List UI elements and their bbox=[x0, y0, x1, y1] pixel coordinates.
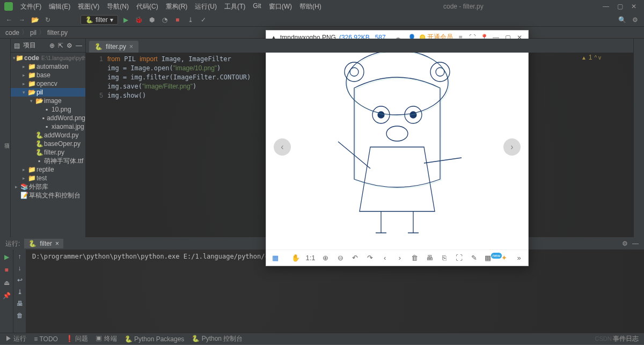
git-commit-button[interactable]: ✓ bbox=[199, 15, 208, 25]
project-title: 项目 bbox=[23, 41, 36, 50]
expand-icon[interactable]: ⛶ bbox=[455, 254, 464, 262]
hide-icon[interactable]: — bbox=[632, 240, 639, 247]
copy-icon[interactable]: ⎘ bbox=[440, 254, 449, 262]
hand-icon[interactable]: ✋ bbox=[291, 254, 301, 262]
menu-view[interactable]: 视图(V) bbox=[75, 1, 103, 12]
bottom-tab-run[interactable]: ▶ 运行 bbox=[5, 334, 26, 343]
run-tab[interactable]: 🐍 filter × bbox=[24, 239, 63, 248]
breadcrumb-part[interactable]: filter.py bbox=[47, 29, 68, 36]
clear-button[interactable]: 🗑 bbox=[17, 312, 23, 319]
project-header: ▤ 项目 ⊕ ⇱ ⚙ — bbox=[11, 39, 85, 53]
actual-size-icon[interactable]: 1:1 bbox=[305, 254, 315, 262]
gear-icon[interactable]: ⚙ bbox=[622, 240, 628, 247]
stop-button[interactable]: ■ bbox=[173, 15, 182, 25]
rotate-cw-icon[interactable]: ↷ bbox=[365, 254, 375, 262]
menu-code[interactable]: 代码(C) bbox=[133, 1, 162, 12]
minimize-button[interactable]: — bbox=[602, 3, 610, 10]
print-icon[interactable]: 🖶 bbox=[425, 254, 435, 262]
stop-button[interactable]: ■ bbox=[2, 266, 11, 274]
scroll-end-button[interactable]: ⤓ bbox=[17, 288, 23, 296]
tree-node[interactable]: ▸📁automation bbox=[11, 62, 85, 71]
git-update-button[interactable]: ⤓ bbox=[186, 15, 195, 25]
tree-node[interactable]: ▪addWord.png bbox=[11, 114, 85, 122]
bottom-tab-problems[interactable]: ❗ 问题 bbox=[65, 334, 88, 343]
prev-icon[interactable]: ‹ bbox=[380, 254, 390, 262]
down-button[interactable]: ↓ bbox=[18, 265, 21, 272]
menu-edit[interactable]: 编辑(E) bbox=[46, 1, 74, 12]
editor-tab[interactable]: 🐍 filter.py × bbox=[89, 41, 138, 53]
collapse-all-icon[interactable]: ⇱ bbox=[58, 42, 63, 49]
tree-node[interactable]: ▪10.png bbox=[11, 105, 85, 114]
forward-button[interactable]: → bbox=[17, 15, 27, 25]
tree-node[interactable]: 🐍addWord.py bbox=[11, 131, 85, 140]
select-opened-file-icon[interactable]: ⊕ bbox=[49, 42, 55, 49]
more-icon[interactable]: » bbox=[514, 254, 524, 262]
menu-tools[interactable]: 工具(T) bbox=[221, 1, 248, 12]
up-button[interactable]: ↑ bbox=[18, 253, 21, 260]
gear-icon[interactable]: ⚙ bbox=[67, 42, 72, 49]
tree-node[interactable]: ▸📁reptile bbox=[11, 165, 85, 174]
bottom-tab-packages[interactable]: 🐍 Python Packages bbox=[125, 335, 185, 343]
right-tool-strip[interactable] bbox=[633, 39, 644, 237]
run-button[interactable]: ▶ bbox=[121, 15, 131, 25]
left-tool-strip[interactable]: 项目 bbox=[0, 39, 11, 237]
zoom-in-icon[interactable]: ⊕ bbox=[320, 254, 330, 262]
breadcrumb-part[interactable]: code bbox=[5, 29, 19, 36]
settings-button[interactable]: ⚙ bbox=[630, 15, 640, 25]
source-code[interactable]: from PIL import Image, ImageFilter img =… bbox=[107, 53, 633, 237]
debug-button[interactable]: 🐞 bbox=[134, 15, 144, 25]
tree-node[interactable]: 🐍baseOper.py bbox=[11, 140, 85, 148]
search-everywhere-button[interactable]: 🔍 bbox=[617, 15, 627, 25]
hide-icon[interactable]: — bbox=[76, 42, 82, 49]
tree-root[interactable]: ▾📁 code E:\1.language\pyth bbox=[11, 54, 85, 62]
open-folder-button[interactable]: 📂 bbox=[30, 15, 40, 25]
tree-node[interactable]: ▸📁test bbox=[11, 174, 85, 182]
bottom-tab-todo[interactable]: ≡ TODO bbox=[34, 335, 58, 343]
run-config-select[interactable]: 🐍 filter ▾ bbox=[80, 15, 118, 25]
python-icon: 🐍 bbox=[28, 240, 36, 247]
coverage-button[interactable]: ⬢ bbox=[147, 15, 157, 25]
tree-node[interactable]: 📝草稿文件和控制台 bbox=[11, 191, 85, 200]
print-button[interactable]: 🖶 bbox=[17, 300, 23, 307]
tree-node[interactable]: ▸📁base bbox=[11, 71, 85, 79]
menu-git[interactable]: Git bbox=[250, 1, 264, 12]
inspection-widget[interactable]: ▲ 1 ^ v bbox=[581, 54, 601, 61]
tree-node[interactable]: ▪萌神手写体.ttf bbox=[11, 157, 85, 165]
menu-navigate[interactable]: 导航(N) bbox=[104, 1, 132, 12]
tree-node[interactable]: ▸📚外部库 bbox=[11, 182, 85, 191]
bottom-tab-pyconsole[interactable]: 🐍 Python 控制台 bbox=[192, 334, 243, 343]
menu-run[interactable]: 运行(U) bbox=[192, 1, 220, 12]
refresh-button[interactable]: ↻ bbox=[43, 15, 53, 25]
bottom-tab-terminal[interactable]: ▣ 终端 bbox=[96, 334, 116, 343]
breadcrumb-part[interactable]: pil bbox=[30, 29, 36, 36]
menu-file[interactable]: 文件(F) bbox=[17, 1, 45, 12]
rerun-button[interactable]: ▶ bbox=[2, 253, 11, 261]
profile-button[interactable]: ◔ bbox=[160, 15, 170, 25]
close-icon[interactable]: × bbox=[55, 240, 59, 247]
tree-node[interactable]: ▸📁opencv bbox=[11, 79, 85, 88]
palette-icon[interactable]: ▩new bbox=[485, 254, 494, 262]
code-area[interactable]: 1 5 from PIL import Image, ImageFilter i… bbox=[86, 53, 633, 237]
tree-node[interactable]: ▪xiaomai.jpg bbox=[11, 122, 85, 131]
exit-button[interactable]: ⏏ bbox=[2, 278, 11, 287]
grid-icon[interactable]: ▦ bbox=[270, 254, 280, 262]
menu-window[interactable]: 窗口(W) bbox=[266, 1, 295, 12]
delete-icon[interactable]: 🗑 bbox=[410, 254, 420, 262]
menu-help[interactable]: 帮助(H) bbox=[296, 1, 325, 12]
soft-wrap-button[interactable]: ↩ bbox=[17, 276, 23, 284]
close-button[interactable]: ✕ bbox=[630, 3, 638, 10]
tree-node[interactable]: 🐍filter.py bbox=[11, 148, 85, 157]
back-button[interactable]: ← bbox=[4, 15, 14, 25]
tree-node[interactable]: ▾📂pil bbox=[11, 88, 85, 97]
warning-count: 1 bbox=[589, 54, 592, 61]
project-tree[interactable]: ▾📁 code E:\1.language\pyth ▸📁automation▸… bbox=[11, 53, 85, 237]
next-icon[interactable]: › bbox=[395, 254, 405, 262]
zoom-out-icon[interactable]: ⊖ bbox=[335, 254, 345, 262]
edit-icon[interactable]: ✎ bbox=[470, 254, 479, 262]
close-tab-icon[interactable]: × bbox=[129, 43, 133, 50]
menu-refactor[interactable]: 重构(R) bbox=[163, 1, 191, 12]
maximize-button[interactable]: ▢ bbox=[616, 3, 624, 10]
pin-button[interactable]: 📌 bbox=[2, 291, 11, 300]
tree-node[interactable]: ▾📂image bbox=[11, 97, 85, 105]
rotate-ccw-icon[interactable]: ↶ bbox=[350, 254, 360, 262]
